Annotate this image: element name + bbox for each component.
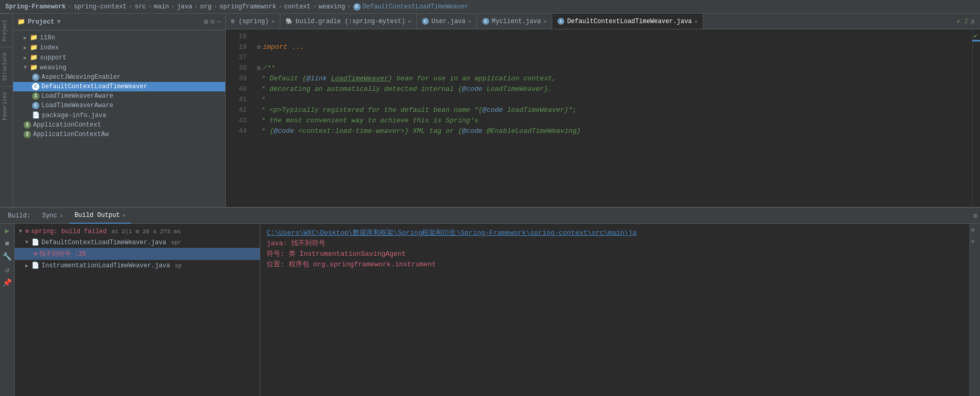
tab-close-spring[interactable]: ✕ [271, 18, 275, 25]
output-wrap-icon[interactable]: ≡ [970, 236, 980, 247]
sidebar-item-ltw-aware1[interactable]: I LoadTimeWeaverAware [13, 91, 225, 101]
sidebar-item-package-info[interactable]: 📄 package-info.java [13, 110, 225, 120]
right-gutter: ✔ [972, 29, 980, 207]
tab-label-myclient: Myclient.java [492, 18, 541, 25]
tab-user-java[interactable]: C User.java ✕ [417, 14, 477, 29]
sidebar-item-default-context[interactable]: C DefaultContextLoadTimeWeaver [13, 82, 225, 91]
tab-structure[interactable]: Structure [0, 47, 13, 86]
settings-icon[interactable]: ⚙ [973, 212, 977, 220]
arrow-expanded: ▼ [24, 65, 27, 70]
breadcrumb-classname: DefaultContextLoadTimeWeaver [363, 3, 469, 11]
dropdown-arrow[interactable]: ▼ [57, 18, 60, 26]
tab-build[interactable]: Build: [3, 208, 36, 224]
build-pin-icon[interactable]: 📌 [3, 278, 12, 287]
sidebar-item-support[interactable]: ▶ 📁 support [13, 53, 225, 62]
tab-project[interactable]: Project [0, 14, 13, 47]
bottom-panel: Build: Sync ✕ Build Output ✕ ⚙ ▶ ■ 🔧 [0, 207, 980, 396]
breadcrumb-main[interactable]: main [154, 3, 169, 11]
output-error-text1: java: 找不到符号 [267, 239, 325, 247]
bottom-content: ▶ ■ 🔧 ↺ 📌 ▼ ⊗ spring: build failed at 2(… [0, 224, 980, 396]
build-left-strip: ▶ ■ 🔧 ↺ 📌 [0, 224, 15, 396]
build-sync2-icon[interactable]: ↺ [5, 265, 9, 274]
build-item-failed[interactable]: ▼ ⊗ spring: build failed at 2(1 m 26 s 2… [15, 226, 260, 237]
tab-sync-label: Sync [42, 212, 57, 220]
expand-editor-icon[interactable]: ∧ [971, 17, 975, 26]
tab-build-gradle[interactable]: 🐘 build.gradle (:spring-mytest) ✕ [280, 14, 417, 29]
error-icon-1: ⊗ [25, 227, 29, 235]
sidebar-item-index[interactable]: ▶ 📁 index [13, 43, 225, 53]
output-settings-icon[interactable]: ⚙ [970, 224, 980, 236]
output-error-line1: java: 找不到符号 [267, 238, 963, 249]
tab-close-gradle[interactable]: ✕ [408, 18, 411, 25]
sidebar-item-appcontext[interactable]: I ApplicationContext [13, 120, 225, 130]
build-tools-icon[interactable]: 🔧 [3, 252, 12, 261]
sidebar-item-appcontextaw[interactable]: I ApplicationContextAw [13, 130, 225, 139]
sidebar-item-ltw-aware2[interactable]: C LoadTimeWeaverAware [13, 101, 225, 110]
instrumentation-filename: InstrumentationLoadTimeWeaver.java [41, 262, 170, 269]
tab-build-output[interactable]: Build Output ✕ [69, 208, 131, 224]
folder-support-icon: 📁 [30, 54, 38, 61]
sidebar-title: 📁 Project ▼ [17, 18, 61, 26]
build-stop-icon[interactable]: ■ [5, 239, 9, 248]
build-item-defctx-file[interactable]: ▼ 📄 DefaultContextLoadTimeWeaver.java sp… [15, 237, 260, 248]
tab-build-output-close[interactable]: ✕ [122, 212, 125, 218]
class-icon-aspectj: C [32, 74, 39, 81]
output-link-line: C:\Users\WXC\Desktop\数据库和框架\Spring框架和衍生\… [267, 228, 963, 238]
class-icon-ltw2: C [32, 102, 39, 109]
fold-import[interactable]: ⊟ [257, 42, 261, 53]
tab-close-myclient[interactable]: ✕ [543, 18, 546, 25]
tab-label-user: User.java [431, 18, 466, 25]
sidebar-settings-icon[interactable]: ⚙ [204, 17, 208, 26]
breadcrumb-weaving[interactable]: weaving [319, 3, 345, 11]
breadcrumb-context[interactable]: context [284, 3, 310, 11]
package-icon: 📄 [32, 111, 40, 119]
build-item-error-msg[interactable]: ⊗ 找不到符号 :26 [15, 248, 260, 260]
breadcrumb-springframework[interactable]: springframework [219, 3, 276, 11]
build-run-icon[interactable]: ▶ [5, 226, 9, 235]
breadcrumb-spring-framework[interactable]: Spring-Framework [5, 3, 66, 11]
breadcrumb-java[interactable]: java [177, 3, 192, 11]
build-arrow-expand2: ▼ [25, 239, 28, 245]
gradle-icon: 🐘 [286, 18, 293, 25]
build-arrow-expand: ▼ [19, 228, 22, 234]
tab-close-user[interactable]: ✕ [468, 18, 471, 25]
tab-close-defaultcontext[interactable]: ✕ [694, 18, 698, 25]
folder-index-icon: 📁 [30, 44, 38, 51]
sidebar: 📁 Project ▼ ⚙ ⊟ — ▶ 📁 i18n [13, 14, 226, 207]
sidebar-item-aspectj[interactable]: C AspectJWeavingEnabler [13, 72, 225, 82]
tab-favorites[interactable]: Favorites [0, 86, 13, 126]
file-icon-1: 📄 [31, 238, 39, 246]
tab-defaultcontext[interactable]: C DefaultContextLoadTimeWeaver.java ✕ [552, 14, 703, 29]
code-body: ⊟ import ... ⊟ /** * Default {@link Load… [252, 29, 972, 207]
breadcrumb-org[interactable]: org [200, 3, 212, 11]
line-numbers: 18 19 37 38 39 40 41 42 43 44 [226, 29, 252, 207]
output-file-link[interactable]: C:\Users\WXC\Desktop\数据库和框架\Spring框架和衍生\… [267, 229, 637, 237]
sidebar-item-i18n[interactable]: ▶ 📁 i18n [13, 33, 225, 43]
fold-javadoc[interactable]: ⊟ [257, 63, 261, 74]
output-error-line3: 位置: 程序包 org.springframework.instrument [267, 259, 963, 270]
folder-icon: 📁 [17, 18, 25, 26]
sidebar-tree: ▶ 📁 i18n ▶ 📁 index ▶ 📁 support [13, 30, 225, 207]
sidebar-collapse-icon[interactable]: — [217, 18, 221, 26]
sidebar-expand-icon[interactable]: ⊟ [211, 18, 215, 26]
build-item-instrumentation-file[interactable]: ▶ 📄 InstrumentationLoadTimeWeaver.java s… [15, 260, 260, 271]
defctx-detail: spr [171, 239, 182, 246]
tab-build-output-label: Build Output [75, 212, 120, 219]
arrow-collapsed: ▶ [24, 35, 27, 41]
sidebar-item-weaving[interactable]: ▼ 📁 weaving [13, 62, 225, 72]
tab-sync[interactable]: Sync ✕ [37, 208, 68, 224]
right-output-strip: ⚙ ≡ [970, 224, 980, 396]
breadcrumb-src[interactable]: src [134, 3, 146, 11]
tab-label-spring: e (spring) [231, 18, 269, 25]
code-line-39: * Default {@link LoadTimeWeaver} bean fo… [257, 74, 967, 84]
defctx-filename: DefaultContextLoadTimeWeaver.java [41, 239, 166, 246]
tab-sync-close[interactable]: ✕ [60, 213, 63, 219]
tab-myclient[interactable]: C Myclient.java ✕ [477, 14, 553, 29]
breadcrumb-spring-context[interactable]: spring-context [73, 3, 127, 11]
build-failed-label: spring: build failed [31, 228, 107, 235]
breadcrumb-class-icon: C [353, 3, 361, 11]
error-icon-2: ⊗ [34, 250, 37, 258]
bottom-tabs-bar: Build: Sync ✕ Build Output ✕ ⚙ [0, 208, 980, 224]
tab-label-defaultcontext: DefaultContextLoadTimeWeaver.java [567, 18, 692, 25]
tab-spring[interactable]: e (spring) ✕ [226, 14, 280, 29]
